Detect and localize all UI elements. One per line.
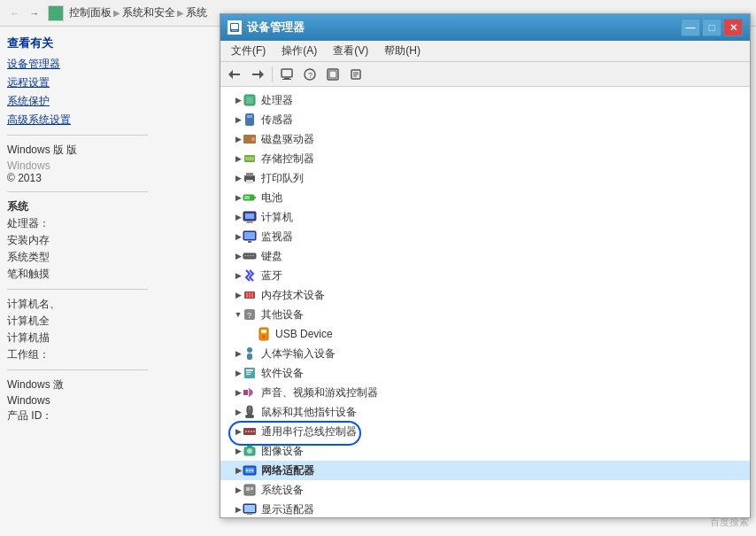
tree-item-serial[interactable]: ▶通用串行总线控制器 bbox=[220, 422, 750, 441]
sidebar-link-remote[interactable]: 远程设置 bbox=[7, 75, 148, 90]
tree-toggle-processor[interactable]: ▶ bbox=[228, 93, 242, 107]
tree-toggle-disk[interactable]: ▶ bbox=[228, 132, 242, 146]
maximize-button[interactable]: □ bbox=[702, 19, 721, 36]
tree-item-usb_device[interactable]: USB Device bbox=[220, 324, 750, 344]
icon-human bbox=[242, 346, 258, 361]
tree-toggle-bluetooth[interactable]: ▶ bbox=[228, 268, 242, 283]
svg-rect-33 bbox=[245, 214, 254, 219]
breadcrumb-item-1[interactable]: 控制面板 bbox=[69, 5, 112, 20]
tree-item-monitor[interactable]: ▶监视器 bbox=[220, 227, 750, 246]
tree-item-disk[interactable]: ▶磁盘驱动器 bbox=[220, 129, 750, 149]
label-monitor: 监视器 bbox=[261, 229, 293, 245]
sidebar-type-label: 系统类型 bbox=[7, 250, 148, 265]
label-other: 其他设备 bbox=[261, 307, 304, 322]
tree-item-display[interactable]: ▶显示适配器 bbox=[220, 500, 750, 517]
tree-toggle-display[interactable]: ▶ bbox=[228, 502, 242, 517]
minimize-button[interactable]: — bbox=[681, 19, 700, 36]
tree-item-soft[interactable]: ▶软件设备 bbox=[220, 363, 750, 383]
sidebar-link-advanced[interactable]: 高级系统设置 bbox=[7, 113, 148, 128]
tree-toggle-system[interactable]: ▶ bbox=[228, 483, 242, 497]
breadcrumb-item-3[interactable]: 系统 bbox=[186, 5, 207, 20]
tree-item-other[interactable]: ▼?其他设备 bbox=[220, 305, 750, 324]
toolbar-help[interactable]: ? bbox=[299, 65, 320, 84]
tree-toggle-other[interactable]: ▼ bbox=[228, 307, 242, 322]
tree-item-storage[interactable]: ▶存储控制器 bbox=[220, 149, 750, 168]
nav-forward-button[interactable]: → bbox=[27, 5, 42, 21]
toolbar-properties[interactable] bbox=[345, 65, 366, 84]
toolbar-back[interactable] bbox=[224, 65, 245, 84]
tree-item-print[interactable]: ▶打印队列 bbox=[220, 168, 750, 188]
tree-item-mouse[interactable]: ▶鼠标和其他指针设备 bbox=[220, 402, 750, 422]
tree-item-computer[interactable]: ▶计算机 bbox=[220, 207, 750, 227]
tree-item-sensor[interactable]: ▶传感器 bbox=[220, 110, 750, 129]
tree-toggle-mouse[interactable]: ▶ bbox=[228, 405, 242, 419]
tree-item-sound[interactable]: ▶声音、视频和游戏控制器 bbox=[220, 383, 750, 402]
tree-item-human[interactable]: ▶人体学输入设备 bbox=[220, 344, 750, 363]
label-usb_device: USB Device bbox=[275, 328, 333, 340]
svg-rect-34 bbox=[247, 221, 252, 222]
tree-item-keyboard[interactable]: ▶键盘 bbox=[220, 246, 750, 266]
tree-toggle-computer[interactable]: ▶ bbox=[228, 210, 242, 224]
tree-toggle-sound[interactable]: ▶ bbox=[228, 385, 242, 400]
svg-point-74 bbox=[249, 470, 251, 471]
menu-view[interactable]: 查看(V) bbox=[326, 42, 375, 60]
tree-toggle-sensor[interactable]: ▶ bbox=[228, 113, 242, 127]
tree-toggle-keyboard[interactable]: ▶ bbox=[228, 249, 242, 263]
label-storage: 存储控制器 bbox=[261, 151, 314, 167]
sidebar-compname-label: 计算机名、 bbox=[7, 297, 148, 312]
sidebar-ram-label: 安装内存 bbox=[7, 233, 148, 248]
device-tree[interactable]: ▶处理器▶传感器▶磁盘驱动器▶存储控制器▶打印队列▶电池▶计算机▶监视器▶键盘▶… bbox=[220, 87, 750, 517]
window-controls: — □ ✕ bbox=[681, 19, 743, 36]
tree-toggle-monitor[interactable]: ▶ bbox=[228, 229, 242, 244]
tree-toggle-soft[interactable]: ▶ bbox=[228, 366, 242, 380]
icon-sound bbox=[242, 385, 258, 400]
breadcrumb-item-2[interactable]: 系统和安全 bbox=[122, 5, 175, 20]
tree-toggle-battery[interactable]: ▶ bbox=[228, 190, 242, 205]
icon-mem bbox=[242, 287, 258, 303]
tree-item-network[interactable]: ▶网络适配器 bbox=[220, 461, 750, 480]
tree-toggle-storage[interactable]: ▶ bbox=[228, 151, 242, 166]
left-sidebar: 查看有关 设备管理器 远程设置 系统保护 高级系统设置 Windows 版 版 … bbox=[0, 27, 155, 536]
menu-file[interactable]: 文件(F) bbox=[224, 42, 273, 60]
tree-toggle-print[interactable]: ▶ bbox=[228, 171, 242, 185]
icon-display bbox=[242, 501, 258, 517]
label-soft: 软件设备 bbox=[261, 366, 304, 381]
sidebar-link-protection[interactable]: 系统保护 bbox=[7, 94, 148, 109]
tree-item-processor[interactable]: ▶处理器 bbox=[220, 90, 750, 110]
tree-toggle-mem[interactable]: ▶ bbox=[228, 288, 242, 302]
sidebar-win-edition-label: Windows bbox=[7, 394, 148, 407]
sidebar-windows-text: Windows bbox=[7, 159, 148, 172]
sidebar-link-device-manager[interactable]: 设备管理器 bbox=[7, 57, 148, 72]
app-icon bbox=[228, 20, 242, 35]
tree-item-imaging[interactable]: ▶图像设备 bbox=[220, 441, 750, 461]
menu-action[interactable]: 操作(A) bbox=[274, 42, 324, 60]
icon-serial bbox=[242, 423, 258, 439]
toolbar-refresh[interactable] bbox=[322, 65, 343, 84]
toolbar-computer[interactable] bbox=[276, 65, 297, 84]
sidebar-compfull-label: 计算机全 bbox=[7, 314, 148, 329]
tree-toggle-serial[interactable]: ▶ bbox=[228, 424, 242, 439]
tree-item-battery[interactable]: ▶电池 bbox=[220, 188, 750, 207]
menu-help[interactable]: 帮助(H) bbox=[377, 42, 428, 60]
title-left: 设备管理器 bbox=[228, 19, 305, 35]
toolbar-forward[interactable] bbox=[247, 65, 268, 84]
tree-toggle-network[interactable]: ▶ bbox=[228, 463, 242, 478]
tree-item-bluetooth[interactable]: ▶蓝牙 bbox=[220, 266, 750, 285]
svg-rect-59 bbox=[243, 390, 248, 395]
icon-disk bbox=[242, 131, 258, 147]
tree-toggle-usb_device[interactable] bbox=[228, 327, 256, 341]
svg-rect-1 bbox=[231, 24, 238, 29]
label-keyboard: 键盘 bbox=[261, 249, 282, 264]
svg-rect-80 bbox=[244, 505, 255, 512]
tree-item-system[interactable]: ▶系统设备 bbox=[220, 480, 750, 500]
sidebar-view-title: 查看有关 bbox=[7, 35, 148, 51]
icon-computer bbox=[242, 209, 258, 225]
icon-keyboard bbox=[242, 248, 258, 264]
sidebar-processor-label: 处理器： bbox=[7, 216, 148, 231]
tree-item-mem[interactable]: ▶内存技术设备 bbox=[220, 285, 750, 305]
svg-rect-77 bbox=[246, 487, 250, 491]
tree-toggle-human[interactable]: ▶ bbox=[228, 346, 242, 361]
close-button[interactable]: ✕ bbox=[723, 19, 743, 36]
tree-toggle-imaging[interactable]: ▶ bbox=[228, 444, 242, 458]
nav-back-button[interactable]: ← bbox=[7, 5, 23, 21]
